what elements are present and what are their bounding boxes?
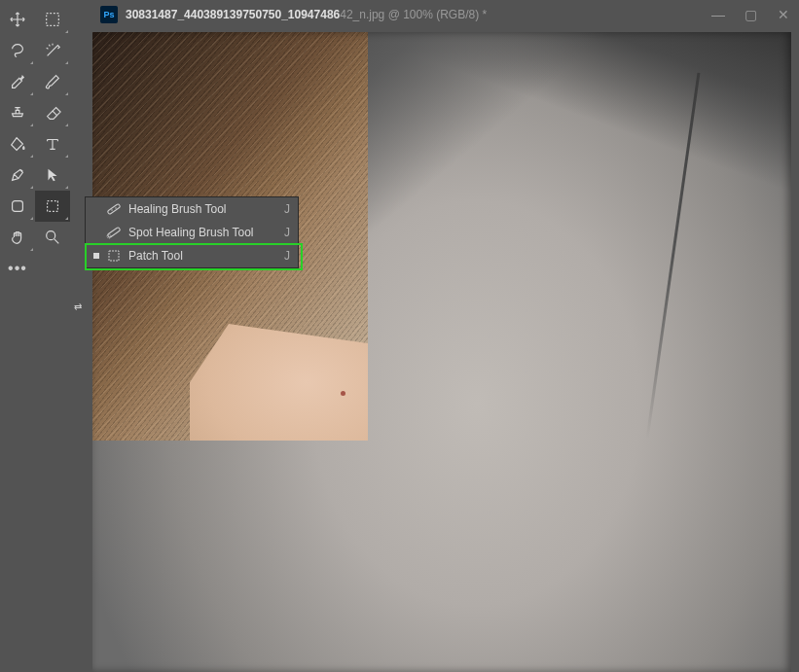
more-tools[interactable]: •••: [0, 253, 35, 284]
eyedropper-tool[interactable]: [0, 66, 35, 97]
hand-tool[interactable]: [0, 222, 35, 253]
flyout-patch-tool[interactable]: Patch ToolJ: [86, 244, 298, 267]
spacer: [35, 253, 70, 284]
shape-tool[interactable]: [0, 191, 35, 222]
document-title: 30831487_440389139750750_1094748642_n.jp…: [126, 8, 711, 21]
maximize-button[interactable]: ▢: [745, 8, 758, 21]
svg-rect-8: [107, 203, 121, 214]
zoom-tool[interactable]: [35, 222, 70, 253]
magic-wand-tool[interactable]: [35, 35, 70, 66]
svg-point-10: [115, 207, 116, 208]
close-button[interactable]: ✕: [778, 8, 791, 21]
flyout-healing-brush[interactable]: Healing Brush ToolJ: [86, 197, 298, 221]
ps-badge-icon: Ps: [100, 6, 118, 23]
minimize-button[interactable]: —: [711, 8, 725, 21]
lasso-tool[interactable]: [0, 35, 35, 66]
flyout-spot-healing-brush[interactable]: Spot Healing Brush ToolJ: [86, 221, 298, 244]
healing-tool-flyout: Healing Brush ToolJ Spot Healing Brush T…: [85, 196, 299, 268]
type-tool[interactable]: [35, 128, 70, 159]
clone-stamp-tool[interactable]: [0, 97, 35, 128]
patch-icon: [105, 248, 123, 264]
path-selection-tool[interactable]: [35, 159, 70, 191]
brush-tool[interactable]: [35, 66, 70, 97]
pen-tool[interactable]: [0, 159, 35, 191]
svg-rect-2: [48, 201, 58, 212]
bandage-spot-icon: [105, 225, 123, 240]
tool-palette: ••• ⇄: [0, 0, 88, 672]
swap-colors-icon[interactable]: ⇄: [74, 301, 82, 312]
svg-rect-1: [13, 201, 23, 212]
svg-rect-13: [109, 251, 119, 261]
canvas-area[interactable]: [92, 32, 791, 672]
marquee-tool[interactable]: [35, 4, 70, 35]
eraser-tool[interactable]: [35, 97, 70, 128]
svg-point-3: [47, 231, 55, 240]
svg-rect-11: [107, 227, 121, 237]
bandage-icon: [105, 201, 123, 217]
document-titlebar: Ps 30831487_440389139750750_1094748642_n…: [92, 0, 799, 29]
svg-rect-0: [47, 14, 59, 26]
move-tool[interactable]: [0, 4, 35, 35]
svg-point-9: [111, 209, 112, 210]
healing-tool[interactable]: [35, 191, 70, 222]
paint-bucket-tool[interactable]: [0, 128, 35, 159]
